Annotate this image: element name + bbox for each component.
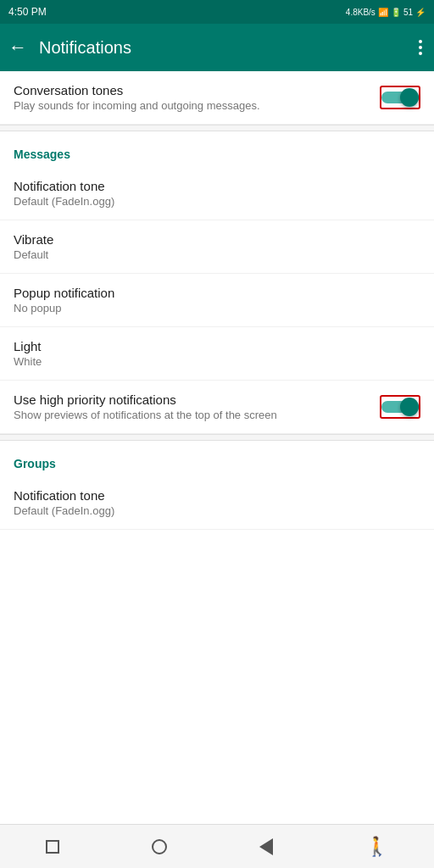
high-priority-subtitle: Show previews of notifications at the to… <box>14 409 380 421</box>
notification-tone-text: Notification tone Default (FadeIn.ogg) <box>14 179 420 208</box>
bottom-nav: 🚶 <box>0 824 434 868</box>
groups-notification-tone-subtitle: Default (FadeIn.ogg) <box>14 504 420 517</box>
high-priority-toggle[interactable] <box>381 397 419 417</box>
groups-section-header: Groups <box>0 441 434 476</box>
nav-square-button[interactable] <box>46 840 59 854</box>
conversation-tones-subtitle: Play sounds for incoming and outgoing me… <box>14 99 380 112</box>
back-button[interactable]: ← <box>8 36 27 58</box>
light-subtitle: White <box>14 355 420 368</box>
nav-home-button[interactable] <box>152 839 167 854</box>
notification-tone-title: Notification tone <box>14 179 420 193</box>
charging-icon: ⚡ <box>415 8 426 17</box>
vibrate-text: Vibrate Default <box>14 232 420 261</box>
high-priority-text: Use high priority notifications Show pre… <box>14 392 380 421</box>
groups-notification-tone-title: Notification tone <box>14 488 420 503</box>
popup-notification-item[interactable]: Popup notification No popup <box>0 274 434 327</box>
divider-2 <box>0 434 434 441</box>
app-bar: ← Notifications <box>0 24 434 71</box>
toggle-thumb-2 <box>400 398 419 416</box>
settings-content: Conversation tones Play sounds for incom… <box>0 71 434 824</box>
circle-icon <box>152 839 167 854</box>
popup-notification-subtitle: No popup <box>14 302 420 314</box>
status-icons: 4.8KB/s 📶 🔋 51 ⚡ <box>346 8 426 17</box>
conversation-tones-title: Conversation tones <box>14 83 380 97</box>
notification-tone-subtitle: Default (FadeIn.ogg) <box>14 195 420 208</box>
high-priority-item[interactable]: Use high priority notifications Show pre… <box>0 381 434 434</box>
nav-back-button[interactable] <box>259 838 273 855</box>
messages-section-header: Messages <box>0 131 434 167</box>
person-icon: 🚶 <box>365 836 388 858</box>
light-item[interactable]: Light White <box>0 327 434 381</box>
dot2 <box>419 46 422 49</box>
notification-tone-item[interactable]: Notification tone Default (FadeIn.ogg) <box>0 167 434 220</box>
battery-icon: 🔋 <box>391 8 401 17</box>
page-title: Notifications <box>39 38 415 58</box>
square-icon <box>46 840 59 854</box>
triangle-icon <box>259 838 273 855</box>
high-priority-title: Use high priority notifications <box>14 392 380 407</box>
groups-section-title: Groups <box>14 457 56 470</box>
popup-notification-text: Popup notification No popup <box>14 286 420 314</box>
conversation-tones-toggle-wrapper[interactable] <box>380 86 420 109</box>
groups-notification-tone-item[interactable]: Notification tone Default (FadeIn.ogg) <box>0 476 434 530</box>
divider-1 <box>0 125 434 131</box>
toggle-thumb <box>400 88 419 107</box>
high-priority-toggle-wrapper[interactable] <box>380 395 420 419</box>
more-options-button[interactable] <box>415 36 426 58</box>
messages-section-title: Messages <box>14 147 70 161</box>
conversation-tones-toggle[interactable] <box>381 87 419 108</box>
status-bar: 4:50 PM 4.8KB/s 📶 🔋 51 ⚡ <box>0 0 434 24</box>
light-text: Light White <box>14 339 420 368</box>
dot1 <box>419 40 422 43</box>
status-time: 4:50 PM <box>8 6 47 18</box>
vibrate-item[interactable]: Vibrate Default <box>0 220 434 274</box>
network-speed: 4.8KB/s <box>346 8 376 17</box>
signal-icon: 📶 <box>378 8 388 17</box>
vibrate-subtitle: Default <box>14 248 420 261</box>
vibrate-title: Vibrate <box>14 232 420 247</box>
light-title: Light <box>14 339 420 353</box>
nav-person-button[interactable]: 🚶 <box>365 836 388 858</box>
battery-level: 51 <box>403 8 413 17</box>
conversation-tones-text: Conversation tones Play sounds for incom… <box>14 83 380 112</box>
popup-notification-title: Popup notification <box>14 286 420 300</box>
dot3 <box>419 52 422 55</box>
conversation-tones-item[interactable]: Conversation tones Play sounds for incom… <box>0 71 434 125</box>
groups-notification-tone-text: Notification tone Default (FadeIn.ogg) <box>14 488 420 517</box>
